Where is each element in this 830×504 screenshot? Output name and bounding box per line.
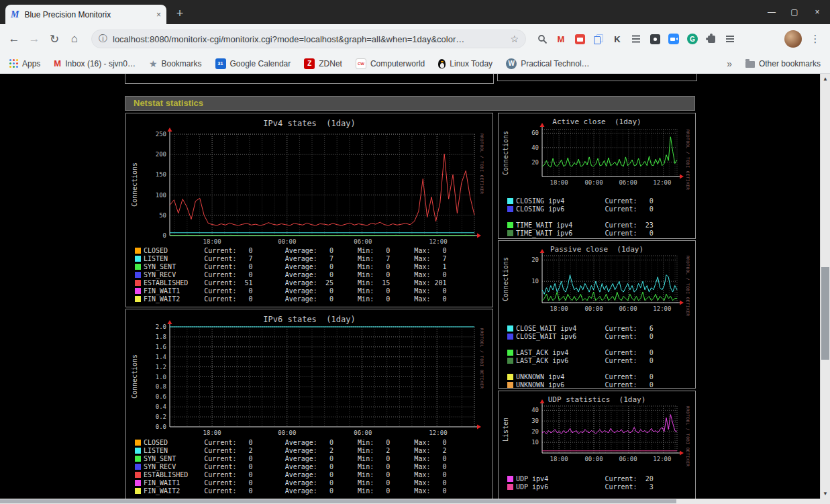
other-bookmarks[interactable]: Other bookmarks — [745, 59, 821, 68]
bookmark-zdnet[interactable]: Z ZDNet — [304, 58, 342, 69]
udp-statistics-panel[interactable]: UDP statistics (1day) Listen RRDTOOL / T… — [498, 391, 696, 499]
url-text[interactable]: localhost:8080/monitorix-cgi/monitorix.c… — [113, 34, 505, 44]
y-axis-label: Listen — [502, 417, 509, 442]
ipv4-states-legend: CLOSED Current: 0 Average: 0 Min: 0 Max:… — [135, 246, 447, 303]
puzzle-icon — [708, 36, 715, 43]
horizontal-scrollbar[interactable] — [0, 499, 830, 504]
dark-extension-icon[interactable] — [645, 30, 664, 48]
page-content: Netstat statistics IPv4 states (1day) Co… — [0, 74, 820, 499]
minimize-button[interactable]: — — [766, 7, 778, 17]
folder-icon — [745, 61, 755, 68]
vertical-scrollbar[interactable]: ▲ ▼ — [820, 74, 830, 499]
previous-graph-panel-right — [497, 74, 697, 81]
address-bar[interactable]: ⓘ localhost:8080/monitorix-cgi/monitorix… — [91, 30, 526, 48]
browser-window: M Blue Precision Monitorix × + — ▢ × ← →… — [0, 0, 830, 504]
active-close-chart[interactable]: 20406018:0000:0006:0012:00 — [542, 130, 677, 177]
tab-title: Blue Precision Monitorix — [24, 10, 154, 19]
page-info-icon[interactable]: ⓘ — [99, 33, 107, 45]
stack-extension-icon[interactable] — [627, 30, 645, 48]
bookmark-label: Inbox (16) - sjvn0… — [65, 59, 136, 68]
rrdtool-watermark: RRDTOOL / TOBI OETIKER — [686, 406, 690, 466]
list-extension-icon[interactable] — [721, 30, 739, 48]
scroll-down-arrow[interactable]: ▼ — [821, 489, 830, 499]
bookmark-practical-technology[interactable]: W Practical Technol… — [506, 58, 590, 69]
bookmark-label: Linux Today — [450, 59, 492, 68]
bookmark-label: Bookmarks — [161, 59, 201, 68]
rrdtool-watermark: RRDTOOL / TOBI OETIKER — [686, 256, 690, 316]
stack-icon — [632, 35, 640, 37]
forward-button[interactable]: → — [24, 29, 44, 49]
bookmarks-overflow-chevron[interactable]: » — [727, 58, 732, 69]
bookmark-label: Practical Technol… — [521, 59, 590, 68]
gmail-extension-icon[interactable]: M — [552, 30, 570, 48]
graph-title: Passive close (1day) — [512, 245, 682, 254]
back-button[interactable]: ← — [4, 29, 24, 49]
graph-title: UDP statistics (1day) — [512, 395, 682, 404]
scroll-up-arrow[interactable]: ▲ — [821, 74, 830, 84]
tab-strip: M Blue Precision Monitorix × + — ▢ × — [0, 0, 830, 24]
horizontal-scrollbar-thumb[interactable] — [0, 499, 676, 503]
window-controls: — ▢ × — [766, 7, 823, 17]
ipv6-states-legend: CLOSED Current: 0 Average: 0 Min: 0 Max:… — [135, 438, 447, 495]
copy-pages-icon — [593, 34, 604, 44]
bookmark-bookmarks[interactable]: ★ Bookmarks — [149, 58, 202, 69]
bookmark-linux-today[interactable]: Linux Today — [438, 59, 492, 68]
new-tab-button[interactable]: + — [170, 5, 189, 22]
k-extension-icon[interactable]: K — [608, 30, 627, 48]
y-axis-label: Connections — [502, 131, 509, 175]
graph-title: IPv6 states (1day) — [140, 315, 479, 324]
bookmark-apps[interactable]: Apps — [9, 59, 40, 68]
bookmark-star-icon[interactable]: ☆ — [510, 34, 519, 44]
active-close-panel[interactable]: Active close (1day) Connections RRDTOOL … — [498, 113, 696, 239]
mail-red-extension-icon[interactable] — [570, 30, 589, 48]
reload-button[interactable]: ↻ — [44, 29, 64, 49]
extensions-puzzle-icon[interactable] — [702, 30, 721, 48]
bookmark-computerworld[interactable]: CW Computerworld — [356, 58, 425, 69]
bookmark-label: Apps — [22, 59, 40, 68]
zdnet-icon: Z — [304, 58, 315, 69]
tab-close-icon[interactable]: × — [156, 10, 161, 19]
active-close-legend: CLOSING ipv4 Current: 0CLOSING ipv6 Curr… — [507, 197, 654, 237]
udp-statistics-legend: UDP ipv4 Current: 20UDP ipv6 Current: 3 — [507, 474, 654, 491]
passive-close-legend: CLOSE_WAIT ipv4 Current: 6CLOSE_WAIT ipv… — [507, 324, 654, 389]
list-icon — [726, 36, 734, 37]
red-envelope-icon — [575, 34, 585, 44]
video-camera-icon — [668, 34, 679, 44]
ipv6-states-panel[interactable]: IPv6 states (1day) Connections RRDTOOL /… — [125, 309, 493, 499]
ipv4-states-chart[interactable]: 05010015020025018:0000:0006:0012:00 — [170, 134, 474, 236]
gmail-icon: M — [54, 58, 61, 68]
copy-extension-icon[interactable] — [589, 30, 608, 48]
y-axis-label: Connections — [131, 162, 138, 207]
previous-graph-panel-left — [125, 74, 494, 84]
close-button[interactable]: × — [811, 7, 823, 17]
graph-title: IPv4 states (1day) — [140, 119, 479, 128]
monitorix-favicon-icon: M — [11, 9, 19, 20]
passive-close-panel[interactable]: Passive close (1day) Connections RRDTOOL… — [498, 240, 696, 389]
maximize-button[interactable]: ▢ — [788, 7, 800, 17]
vertical-scrollbar-thumb[interactable] — [821, 267, 829, 360]
star-icon: ★ — [149, 58, 158, 69]
ipv4-states-panel[interactable]: IPv4 states (1day) Connections RRDTOOL /… — [125, 113, 493, 307]
profile-avatar[interactable] — [784, 30, 802, 48]
section-header: Netstat statistics — [125, 96, 695, 111]
bookmark-google-calendar[interactable]: 31 Google Calendar — [215, 58, 291, 69]
grammarly-extension-icon[interactable]: G — [683, 30, 702, 48]
browser-tab[interactable]: M Blue Precision Monitorix × — [5, 5, 166, 24]
graph-title: Active close (1day) — [512, 117, 682, 126]
bookmark-label: ZDNet — [319, 59, 342, 68]
rrdtool-watermark: RRDTOOL / TOBI OETIKER — [686, 130, 690, 190]
search-extension-icon[interactable] — [533, 30, 552, 48]
bookmark-label: Other bookmarks — [759, 59, 821, 68]
extensions-row: M K G — [533, 30, 739, 48]
zoom-extension-icon[interactable] — [664, 30, 683, 48]
passive-close-chart[interactable]: 102018:0000:0006:0012:00 — [542, 256, 677, 303]
bookmarks-bar: Apps M Inbox (16) - sjvn0… ★ Bookmarks 3… — [0, 54, 830, 74]
home-button[interactable]: ⌂ — [64, 29, 85, 49]
wordpress-icon: W — [506, 58, 517, 69]
menu-kebab-icon[interactable]: ⋮ — [807, 33, 823, 45]
apps-grid-icon — [9, 59, 11, 61]
ipv6-states-chart[interactable]: 0.00.20.40.60.81.01.21.41.61.82.018:0000… — [170, 327, 474, 427]
udp-statistics-chart[interactable]: 1020304018:0000:0006:0012:00 — [542, 406, 677, 453]
y-axis-label: Connections — [502, 257, 509, 301]
bookmark-inbox[interactable]: M Inbox (16) - sjvn0… — [54, 58, 136, 68]
